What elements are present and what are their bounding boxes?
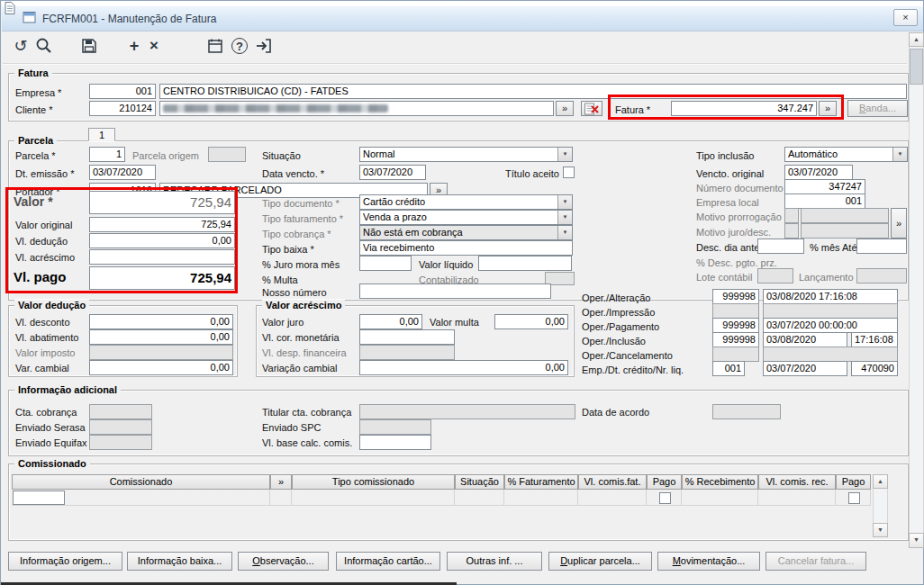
vl-desconto-field[interactable]: 0,00 (89, 314, 233, 329)
grid-header-situacao[interactable]: Situação (455, 474, 504, 490)
situacao-select[interactable]: Normal▼ (359, 147, 573, 162)
tipo-baixa-field[interactable]: Via recebimento (359, 240, 573, 256)
empresa-name-field[interactable]: CENTRO DISTRIBUICAO (CD) - FATDES (159, 84, 907, 99)
cta-cobranca-field[interactable] (89, 404, 152, 419)
dt-emissao-field[interactable]: 03/07/2020 (89, 165, 156, 180)
titular-cta-field[interactable] (359, 404, 575, 419)
data-vencto-field[interactable]: 03/07/2020 (359, 165, 426, 180)
emp-credito-emp-field[interactable]: 001 (712, 361, 745, 376)
enviado-equifax-field[interactable] (89, 435, 152, 450)
var-cambial-field[interactable]: 0,00 (89, 360, 233, 375)
cliente-code-field[interactable]: 210124 (89, 101, 156, 116)
parcela-field[interactable]: 1 (89, 147, 125, 162)
oper-pagamento-oper-field[interactable]: 999998 (712, 318, 759, 333)
grid-header-pct-recebimento[interactable]: % Recebimento (682, 474, 758, 490)
undo-icon[interactable]: ↺ (10, 35, 32, 57)
valor-juro-field[interactable]: 0,00 (359, 314, 422, 329)
banda-button[interactable]: Banda... (847, 100, 908, 117)
outras-inf-button[interactable]: Outras inf. ... (447, 552, 542, 571)
informacao-origem-button[interactable]: Informação origem... (8, 552, 122, 571)
oper-cancelamento-oper-field[interactable] (712, 346, 759, 362)
motivo-juro-code-field[interactable] (784, 223, 799, 238)
oper-inclusao-hora-field[interactable]: 17:16:08 (851, 332, 898, 347)
grid-cell[interactable] (455, 490, 504, 506)
lote-field[interactable] (757, 268, 793, 284)
empresa-local-field[interactable]: 001 (784, 194, 865, 209)
grid-cell[interactable] (758, 490, 836, 506)
grid-cell[interactable] (292, 490, 455, 506)
oper-pagamento-data-field[interactable]: 03/07/2020 00:00:00 (763, 318, 898, 333)
help-icon[interactable]: ? (229, 35, 250, 57)
oper-cancelamento-data-field[interactable] (763, 346, 898, 362)
grid-cell[interactable] (578, 490, 647, 506)
vl-cor-field[interactable] (359, 329, 455, 345)
enviado-spc-field[interactable] (359, 419, 431, 435)
valor-imposto-field[interactable] (89, 345, 233, 360)
oper-impressao-oper-field[interactable] (712, 303, 759, 319)
grid-scroll-down-icon[interactable]: ▼ (873, 523, 888, 537)
cliente-name-field[interactable] (159, 101, 554, 116)
tipo-inclusao-select[interactable]: Automático▼ (784, 147, 908, 162)
grid-header-vl-comis-rec[interactable]: Vl. comis. rec. (758, 474, 836, 490)
grid-header-vl-comis-fat[interactable]: Vl. comis.fat. (578, 474, 647, 490)
scroll-up-icon[interactable]: ▲ (909, 32, 924, 47)
titulo-aceito-checkbox[interactable] (563, 166, 575, 178)
lancamento-field[interactable] (856, 268, 907, 284)
grid-pago-checkbox-1[interactable] (659, 492, 671, 504)
valor-liquido-field[interactable] (478, 256, 572, 271)
grid-header-lookup[interactable]: » (270, 474, 292, 490)
ate-field[interactable] (856, 238, 907, 254)
oper-impressao-data-field[interactable] (763, 303, 898, 319)
oper-inclusao-data-field[interactable]: 03/08/2020 (763, 332, 847, 347)
informacao-cartao-button[interactable]: Informação cartão... (336, 552, 440, 571)
parcela-origem-field[interactable] (208, 147, 246, 162)
scroll-down-icon[interactable]: ▼ (909, 533, 924, 548)
fatura-lookup-button[interactable]: » (819, 101, 837, 116)
variacao-field[interactable]: 0,00 (359, 360, 568, 375)
vl-pago-field[interactable]: 725,94 (89, 266, 235, 290)
oper-inclusao-oper-field[interactable]: 999998 (712, 332, 759, 347)
delete-icon[interactable]: × (143, 35, 165, 57)
valor-multa-field[interactable]: 0,00 (494, 314, 568, 329)
nosso-numero-field[interactable] (359, 284, 551, 299)
motivo-lookup-button[interactable]: » (891, 208, 907, 238)
vl-abatimento-field[interactable]: 0,00 (89, 329, 233, 345)
observacao-button[interactable]: Observação... (238, 552, 329, 571)
vl-base-calc-field[interactable] (359, 435, 431, 450)
window-scrollbar[interactable] (909, 32, 924, 548)
grid-cell[interactable] (682, 490, 758, 506)
vl-acrescimo-field[interactable] (89, 249, 235, 265)
vl-deducao-field[interactable]: 0,00 (89, 233, 235, 248)
grid-cell[interactable] (270, 490, 292, 506)
calendar-icon[interactable] (204, 35, 226, 57)
motivo-prorrogacao-field[interactable] (801, 208, 889, 223)
desc-antecip-field[interactable] (757, 238, 804, 254)
grid-scroll-up-icon[interactable]: ▲ (873, 474, 888, 489)
cliente-lookup-button[interactable]: » (556, 101, 574, 116)
motivo-juro-field[interactable] (801, 223, 889, 238)
grid-header-tipo-comissionado[interactable]: Tipo comissionado (292, 474, 455, 490)
tipo-faturamento-select[interactable]: Venda a prazo▼ (359, 210, 573, 225)
movimentacao-button[interactable]: Movimentação... (657, 552, 760, 571)
valor-field[interactable]: 725,94 (89, 191, 235, 214)
save-icon[interactable] (78, 35, 100, 57)
parcela-tab-1[interactable]: 1 (88, 128, 115, 141)
grid-header-pago-1[interactable]: Pago (647, 474, 682, 490)
enviado-serasa-field[interactable] (89, 419, 152, 435)
tipo-cobranca-select[interactable]: Não está em cobrança▼ (359, 225, 573, 240)
valor-original-field[interactable]: 725,94 (89, 217, 235, 232)
fatura-field[interactable]: 347.247 (671, 101, 817, 116)
search-icon[interactable] (33, 35, 55, 57)
juro-mora-field[interactable] (359, 256, 412, 271)
cliente-clear-icon[interactable] (581, 101, 602, 116)
oper-alteracao-oper-field[interactable]: 999998 (712, 289, 759, 304)
emp-credito-data-field[interactable]: 03/07/2020 (763, 361, 847, 376)
duplicar-parcela-button[interactable]: Duplicar parcela... (548, 552, 652, 571)
numero-documento-field[interactable]: 347247 (784, 179, 865, 194)
motivo-prorrogacao-code-field[interactable] (784, 208, 799, 223)
oper-alteracao-data-field[interactable]: 03/08/2020 17:16:08 (763, 289, 898, 304)
scrollbar-thumb[interactable] (910, 49, 923, 85)
grid-edit-cell[interactable] (13, 490, 65, 505)
emp-credito-nr-field[interactable]: 470090 (851, 361, 898, 376)
data-acordo-field[interactable] (712, 404, 781, 419)
